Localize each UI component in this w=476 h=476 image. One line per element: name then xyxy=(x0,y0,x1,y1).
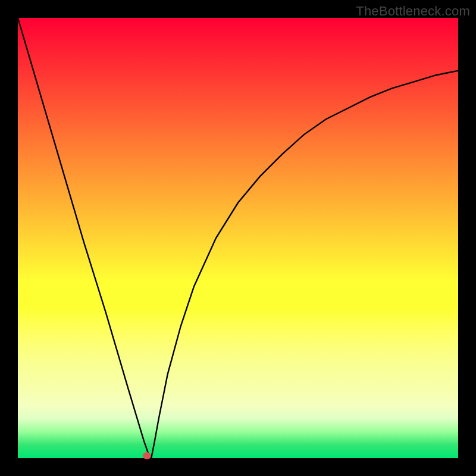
plot-area xyxy=(18,18,458,458)
curve-right-branch xyxy=(151,71,458,458)
bottleneck-marker xyxy=(143,452,151,459)
chart-frame: TheBottleneck.com xyxy=(0,0,476,476)
curve-left-branch xyxy=(18,18,151,458)
curve-svg xyxy=(18,18,458,458)
watermark-text: TheBottleneck.com xyxy=(356,4,470,19)
